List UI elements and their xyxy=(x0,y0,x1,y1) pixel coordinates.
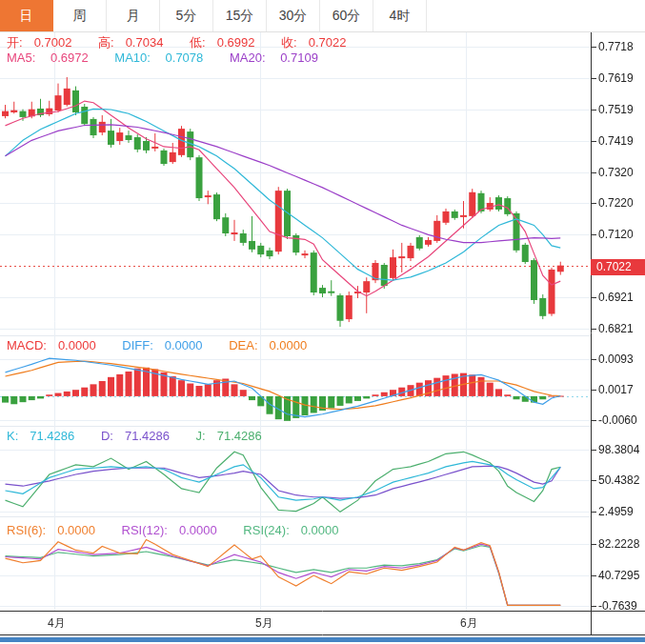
tab-4hour[interactable]: 4时 xyxy=(373,0,427,31)
chart-canvas[interactable] xyxy=(0,0,645,644)
tab-week[interactable]: 周 xyxy=(53,0,107,31)
tab-30min[interactable]: 30分 xyxy=(267,0,320,31)
period-tabbar: 日 周 月 5分 15分 30分 60分 4时 xyxy=(0,0,645,32)
tab-15min[interactable]: 15分 xyxy=(213,0,267,31)
chart-app: 日 周 月 5分 15分 30分 60分 4时 开:0.7002 高:0.703… xyxy=(0,0,645,644)
tab-month[interactable]: 月 xyxy=(107,0,160,31)
tab-60min[interactable]: 60分 xyxy=(320,0,373,31)
tab-day[interactable]: 日 xyxy=(0,0,53,31)
tab-5min[interactable]: 5分 xyxy=(160,0,213,31)
